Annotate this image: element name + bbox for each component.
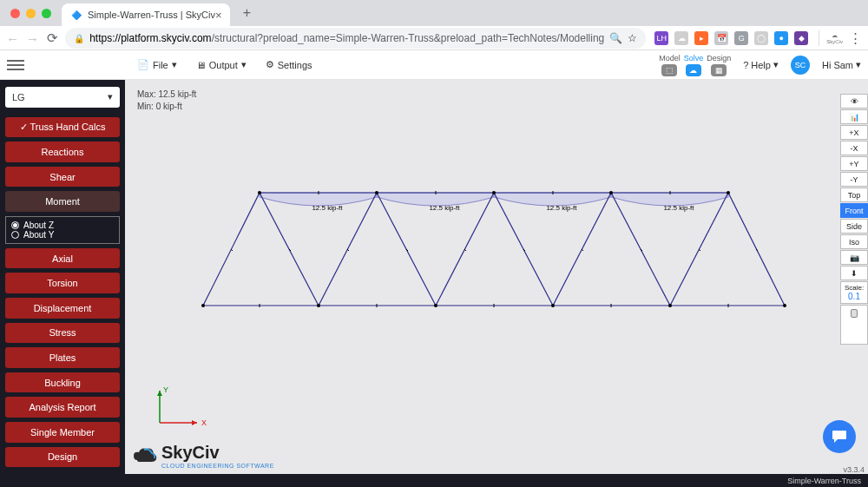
axis-indicator: X Y: [149, 384, 210, 436]
view-toolbar: 👁 📊 +X -X +Y -Y Top Front Side Iso 📷 ⬇ S…: [840, 94, 868, 345]
moment-axis-radio-group: About Z About Y: [5, 216, 120, 244]
ext-icon[interactable]: ☁: [674, 31, 688, 45]
user-menu[interactable]: Hi Sam▾: [822, 59, 861, 70]
tab-close-icon[interactable]: ×: [215, 9, 222, 22]
svg-point-21: [609, 191, 613, 194]
view-minus-x[interactable]: -X: [840, 141, 868, 155]
file-menu[interactable]: 📄File▾: [137, 59, 177, 70]
sidebar-moment[interactable]: Moment: [5, 191, 120, 212]
chevron-down-icon: ▾: [172, 59, 177, 70]
bookmark-icon[interactable]: ☆: [628, 32, 637, 44]
view-iso[interactable]: Iso: [840, 234, 868, 249]
help-menu[interactable]: ?Help▾: [743, 59, 779, 70]
chat-icon: [832, 429, 847, 444]
svg-point-22: [727, 191, 730, 194]
ext-icon[interactable]: ●: [774, 31, 788, 45]
sidebar-displacement[interactable]: Displacement: [5, 298, 120, 319]
svg-text:X: X: [201, 418, 207, 427]
browser-tab[interactable]: 🔷 Simple-Warren-Truss | SkyCiv ×: [62, 3, 230, 26]
back-button[interactable]: ←: [5, 28, 20, 49]
sidebar-torsion[interactable]: Torsion: [5, 273, 120, 293]
extensions: LH ☁ ▸ 📅 G ◯ ● ◆: [651, 31, 812, 45]
close-window-icon[interactable]: [10, 9, 20, 18]
ext-icon[interactable]: ▸: [694, 31, 708, 45]
view-plus-y[interactable]: +Y: [840, 156, 868, 171]
app-body: LG▾ ✓ Truss Hand Calcs Reactions Shear M…: [0, 80, 868, 474]
svg-point-16: [668, 304, 672, 307]
sidebar-axial[interactable]: Axial: [5, 248, 120, 269]
ext-icon[interactable]: LH: [654, 31, 668, 45]
svg-point-14: [434, 304, 437, 307]
scale-label: Scale:0.1: [840, 281, 868, 304]
ext-icon[interactable]: G: [734, 31, 748, 45]
mode-model[interactable]: Model⬚: [659, 54, 681, 76]
svg-line-27: [464, 249, 466, 251]
sidebar-buckling[interactable]: Buckling: [5, 372, 120, 393]
reload-button[interactable]: ⟳: [45, 28, 60, 49]
hamburger-menu-icon[interactable]: [7, 60, 24, 70]
browser-chrome: 🔷 Simple-Warren-Truss | SkyCiv × + ← → ⟳…: [0, 0, 868, 50]
mode-tabs: Model⬚ Solve☁ Design▦: [659, 54, 731, 76]
avatar[interactable]: SC: [791, 56, 810, 75]
view-screenshot[interactable]: 📷: [840, 250, 868, 265]
search-in-page-icon[interactable]: 🔍: [609, 32, 622, 44]
app-topbar: 📄File▾ 🖥Output▾ ⚙Settings Model⬚ Solve☁ …: [0, 50, 868, 80]
project-name: Simple-Warren-Truss: [787, 477, 861, 485]
solve-icon: ☁: [686, 64, 701, 76]
sidebar-analysis-report[interactable]: Analysis Report: [5, 397, 120, 418]
canvas[interactable]: Max: 12.5 kip-ft Min: 0 kip-ft: [125, 80, 868, 474]
sidebar: LG▾ ✓ Truss Hand Calcs Reactions Shear M…: [0, 80, 125, 474]
sidebar-shear[interactable]: Shear: [5, 167, 120, 188]
forward-button[interactable]: →: [25, 28, 40, 49]
svg-point-13: [317, 304, 320, 307]
skyciv-app-icon[interactable]: ☁SkyCiv: [826, 31, 843, 45]
sidebar-stress[interactable]: Stress: [5, 323, 120, 344]
model-icon: ⬚: [661, 64, 677, 76]
window-controls[interactable]: [10, 9, 51, 18]
svg-point-19: [375, 191, 378, 194]
view-minus-y[interactable]: -Y: [840, 172, 868, 187]
svg-line-32: [756, 249, 758, 251]
sidebar-reactions[interactable]: Reactions: [5, 141, 120, 162]
svg-point-17: [783, 304, 786, 307]
load-case-select[interactable]: LG▾: [5, 87, 120, 108]
radio-about-y[interactable]: About Y: [11, 230, 114, 240]
version-label: v3.3.4: [843, 465, 865, 474]
svg-line-25: [347, 249, 349, 251]
svg-point-12: [201, 304, 205, 307]
sidebar-single-member[interactable]: Single Member: [5, 422, 120, 443]
view-download[interactable]: ⬇: [840, 266, 868, 280]
view-results[interactable]: 📊: [840, 109, 868, 124]
ext-icon[interactable]: ◆: [794, 31, 808, 45]
svg-point-20: [492, 191, 496, 194]
moment-label: 12.5 kip-ft: [546, 204, 577, 212]
sidebar-plates[interactable]: Plates: [5, 347, 120, 368]
ext-icon[interactable]: ◯: [754, 31, 768, 45]
new-tab-button[interactable]: +: [237, 3, 256, 23]
scale-slider[interactable]: [840, 305, 868, 345]
view-visibility[interactable]: 👁: [840, 94, 868, 109]
settings-menu[interactable]: ⚙Settings: [266, 59, 312, 70]
moment-label: 12.5 kip-ft: [429, 204, 460, 212]
ext-icon[interactable]: 📅: [714, 31, 728, 45]
sidebar-truss-hand-calcs[interactable]: ✓ Truss Hand Calcs: [5, 117, 120, 138]
mode-design[interactable]: Design▦: [707, 54, 731, 76]
cloud-icon: [132, 444, 158, 467]
tab-title: Simple-Warren-Truss | SkyCiv: [88, 10, 215, 20]
mode-solve[interactable]: Solve☁: [684, 54, 704, 76]
view-side[interactable]: Side: [840, 219, 868, 234]
view-front[interactable]: Front: [840, 203, 868, 218]
view-plus-x[interactable]: +X: [840, 125, 868, 140]
browser-menu-icon[interactable]: ⋮: [848, 28, 863, 49]
address-bar[interactable]: 🔒 https://platform.skyciv.com/structural…: [65, 28, 646, 49]
view-top[interactable]: Top: [840, 188, 868, 202]
svg-line-31: [699, 249, 700, 251]
radio-about-z[interactable]: About Z: [11, 220, 114, 230]
slider-thumb[interactable]: [851, 309, 858, 318]
sidebar-design[interactable]: Design: [5, 447, 120, 468]
output-menu[interactable]: 🖥Output▾: [196, 59, 247, 70]
minimize-window-icon[interactable]: [26, 9, 36, 18]
svg-marker-43: [192, 420, 197, 425]
chat-support-button[interactable]: [823, 420, 856, 453]
maximize-window-icon[interactable]: [42, 9, 51, 18]
